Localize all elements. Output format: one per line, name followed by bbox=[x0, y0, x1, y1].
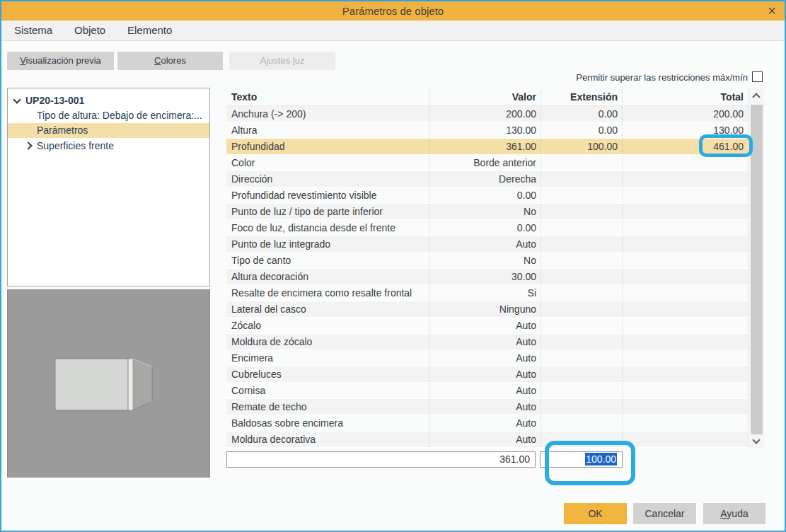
cell-total bbox=[623, 171, 749, 187]
max-min-restriction-label: Permitir superar las restricciones máx/m… bbox=[576, 72, 748, 83]
cell-extension bbox=[541, 318, 623, 333]
cell-extension bbox=[541, 285, 623, 301]
cell-texto: Tipo de canto bbox=[226, 253, 429, 268]
cell-extension: 100.00 bbox=[541, 139, 623, 154]
menu-item-objeto[interactable]: Objeto bbox=[74, 24, 105, 36]
table-row[interactable]: EncimeraAuto bbox=[226, 350, 749, 366]
cell-valor: Si bbox=[429, 285, 541, 301]
object-tree-panel: UP20-13-001 Tipo de altura: Debajo de en… bbox=[7, 88, 210, 287]
cell-valor: Auto bbox=[429, 399, 541, 415]
tree-item-superficies-frente[interactable]: Superficies frente bbox=[8, 139, 209, 154]
table-row[interactable]: Resalte de encimera como resalte frontal… bbox=[226, 285, 749, 301]
cell-extension: 0.00 bbox=[541, 122, 623, 138]
table-row[interactable]: Profundidad361.00100.00461.00 bbox=[226, 139, 749, 155]
table-header: Texto Valor Extensión Total bbox=[226, 89, 749, 106]
cell-valor: Auto bbox=[429, 350, 541, 366]
scrollbar-thumb[interactable] bbox=[751, 105, 763, 434]
table-row[interactable]: ZócaloAuto bbox=[226, 318, 749, 334]
header-valor: Valor bbox=[429, 89, 541, 105]
cell-extension bbox=[541, 187, 623, 203]
cell-total bbox=[623, 204, 749, 219]
table-row[interactable]: Profundidad revestimiento visible0.00 bbox=[226, 187, 749, 204]
table-row[interactable]: Foco de luz, distancia desde el frente0.… bbox=[226, 220, 749, 236]
cell-texto: Zócalo bbox=[226, 318, 429, 333]
cell-total bbox=[623, 350, 749, 366]
ok-button[interactable]: OK bbox=[564, 503, 627, 524]
table-row[interactable]: Tipo de cantoNo bbox=[226, 253, 749, 269]
tree-item-parametros-selected[interactable]: Parámetros bbox=[8, 123, 209, 138]
table-row[interactable]: Punto de luz integradoAuto bbox=[226, 236, 749, 253]
cell-texto: Altura decoración bbox=[226, 269, 429, 284]
table-row[interactable]: DirecciónDerecha bbox=[226, 171, 749, 187]
cell-total bbox=[623, 155, 749, 170]
cell-texto: Remate de techo bbox=[226, 399, 429, 415]
cell-extension bbox=[541, 399, 623, 415]
cell-extension bbox=[541, 415, 623, 431]
extension-edit-field[interactable]: 100.00 bbox=[540, 451, 623, 468]
chevron-right-icon[interactable] bbox=[24, 141, 32, 149]
cabinet-preview-drawing bbox=[8, 290, 209, 477]
cell-texto: Dirección bbox=[226, 171, 429, 187]
help-button[interactable]: Ayuda bbox=[703, 503, 765, 524]
cell-texto: Cubreluces bbox=[226, 366, 429, 382]
cell-total bbox=[623, 187, 749, 203]
cell-valor: No bbox=[429, 253, 541, 268]
scroll-up-icon[interactable] bbox=[749, 89, 764, 102]
table-row[interactable]: Moldura decorativaAuto bbox=[226, 432, 749, 448]
table-row[interactable]: CubrelucesAuto bbox=[226, 366, 749, 383]
table-row[interactable]: Remate de techoAuto bbox=[226, 399, 749, 415]
cell-valor: Derecha bbox=[429, 171, 541, 187]
cell-extension bbox=[541, 366, 623, 382]
table-row[interactable]: Anchura (-> 200)200.000.00200.00 bbox=[226, 106, 749, 122]
chevron-down-icon[interactable] bbox=[13, 96, 21, 103]
cell-total bbox=[623, 301, 749, 317]
cell-total bbox=[623, 399, 749, 415]
cell-total bbox=[623, 334, 749, 349]
table-row[interactable]: Lateral del cascoNinguno bbox=[226, 301, 749, 318]
cell-valor: Borde anterior bbox=[429, 155, 541, 170]
cell-extension bbox=[541, 432, 623, 447]
table-row[interactable]: Moldura de zócaloAuto bbox=[226, 334, 749, 350]
cancel-button[interactable]: Cancelar bbox=[633, 503, 696, 524]
cell-texto: Moldura de zócalo bbox=[226, 334, 429, 349]
tab-colores[interactable]: Colores bbox=[117, 52, 223, 70]
selected-text: 100.00 bbox=[585, 453, 617, 466]
cell-valor: 0.00 bbox=[429, 220, 541, 236]
table-row[interactable]: Altura130.000.00130.00 bbox=[226, 122, 749, 139]
table-row[interactable]: ColorBorde anterior bbox=[226, 155, 749, 171]
cell-valor: Auto bbox=[429, 432, 541, 447]
cell-extension bbox=[541, 171, 623, 187]
cell-extension bbox=[541, 253, 623, 268]
cell-valor: Auto bbox=[429, 383, 541, 398]
cell-texto: Moldura decorativa bbox=[226, 432, 429, 447]
preview-3d-viewport[interactable] bbox=[7, 289, 210, 478]
tab-visualizacion-previa[interactable]: Visualización previa bbox=[7, 52, 114, 70]
tree-root-item[interactable]: UP20-13-001 bbox=[8, 93, 209, 108]
cell-texto: Profundidad bbox=[226, 139, 429, 154]
cell-texto: Punto de luz / tipo de parte inferior bbox=[226, 204, 429, 219]
cell-total: 461.00 bbox=[623, 139, 749, 154]
valor-edit-field[interactable]: 361.00 bbox=[226, 451, 536, 468]
object-parameters-dialog: Parámetros de objeto × Sistema Objeto El… bbox=[0, 0, 786, 532]
max-min-restriction-checkbox[interactable] bbox=[752, 71, 763, 82]
table-row[interactable]: Baldosas sobre encimeraAuto bbox=[226, 415, 749, 432]
cell-valor: No bbox=[429, 204, 541, 219]
table-scrollbar[interactable] bbox=[749, 89, 764, 448]
menu-bar: Sistema Objeto Elemento bbox=[1, 21, 785, 41]
table-row[interactable]: Altura decoración30.00 bbox=[226, 269, 749, 285]
cell-total: 130.00 bbox=[623, 122, 749, 138]
cell-extension bbox=[541, 301, 623, 317]
cell-total bbox=[623, 253, 749, 268]
table-row[interactable]: Punto de luz / tipo de parte inferiorNo bbox=[226, 204, 749, 220]
cell-extension bbox=[541, 204, 623, 219]
cell-valor: 130.00 bbox=[429, 122, 541, 138]
scroll-down-icon[interactable] bbox=[749, 435, 764, 448]
cell-texto: Profundidad revestimiento visible bbox=[226, 187, 429, 203]
table-row[interactable]: CornisaAuto bbox=[226, 383, 749, 399]
tree-item-tipo-de-altura[interactable]: Tipo de altura: Debajo de encimera:... bbox=[8, 108, 209, 123]
menu-item-elemento[interactable]: Elemento bbox=[127, 24, 172, 36]
close-icon[interactable]: × bbox=[768, 2, 776, 20]
tree-root-label: UP20-13-001 bbox=[25, 93, 84, 108]
title-bar: Parámetros de objeto × bbox=[1, 1, 785, 21]
menu-item-sistema[interactable]: Sistema bbox=[14, 24, 52, 36]
